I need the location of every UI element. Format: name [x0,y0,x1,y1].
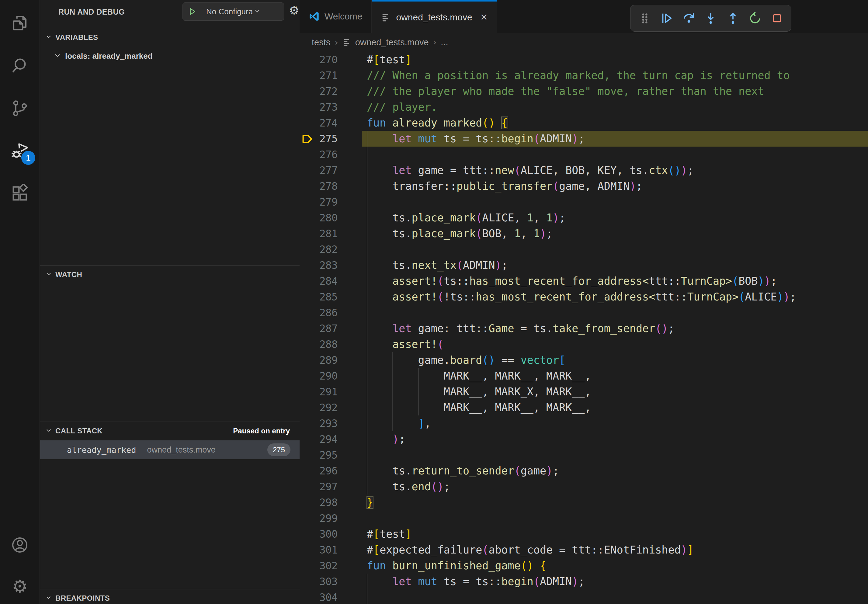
gutter[interactable]: 286 [299,305,362,321]
run-and-debug-icon[interactable]: 1 [0,133,40,169]
gutter[interactable]: 295 [299,447,362,463]
step-over-icon[interactable] [681,10,697,26]
gutter[interactable]: 292 [299,400,362,415]
code-line-content[interactable]: let game: ttt::Game = ts.take_from_sende… [362,321,868,336]
code-line-content[interactable]: #[expected_failure(abort_code = ttt::ENo… [362,542,868,558]
gutter[interactable]: 287 [299,321,362,336]
gutter[interactable]: 293 [299,415,362,431]
gutter[interactable]: 301 [299,542,362,558]
code-line-content[interactable] [362,194,868,210]
code-line-content[interactable]: } [362,494,868,510]
code-line-content[interactable]: ); [362,431,868,447]
gutter[interactable]: 297 [299,479,362,494]
breadcrumb-symbol[interactable]: ... [441,37,448,48]
extensions-icon[interactable] [0,175,40,212]
code-line-content[interactable]: ts.next_tx(ADMIN); [362,257,868,273]
code-line-content[interactable]: let mut ts = ts::begin(ADMIN); [362,131,868,147]
code-line-content[interactable]: #[test] [362,52,868,68]
variables-section-header[interactable]: VARIABLES [40,30,299,44]
gutter[interactable]: 294 [299,431,362,447]
gripper-icon[interactable] [637,10,653,26]
code-line-content[interactable]: let game = ttt::new(ALICE, BOB, KEY, ts.… [362,163,868,178]
tab-owned-tests[interactable]: owned_tests.move ✕ [372,0,497,33]
gutter[interactable]: 272 [299,83,362,99]
gutter[interactable]: 273 [299,99,362,115]
code-line-content[interactable]: ], [362,415,868,431]
source-control-icon[interactable] [0,90,40,127]
account-icon[interactable] [0,527,40,563]
code-line-content[interactable]: transfer::public_transfer(game, ADMIN); [362,178,868,194]
call-stack-section-header[interactable]: CALL STACK Paused on entry [40,424,299,438]
gutter[interactable]: 282 [299,242,362,257]
code-line-content[interactable] [362,447,868,463]
gutter[interactable]: 275 [299,131,362,147]
code-line-content[interactable]: #[test] [362,526,868,542]
gutter[interactable]: 291 [299,384,362,400]
code-line-content[interactable]: MARK__, MARK_X, MARK__, [362,384,868,400]
gutter[interactable]: 279 [299,194,362,210]
code-line-content[interactable]: ts.return_to_sender(game); [362,463,868,479]
continue-icon[interactable] [659,10,674,26]
explorer-icon[interactable] [0,5,40,41]
code-line-content[interactable]: fun burn_unfinished_game() { [362,558,868,574]
gutter[interactable]: 303 [299,574,362,589]
gutter[interactable]: 285 [299,289,362,305]
watch-section-header[interactable]: WATCH [40,268,299,282]
gutter[interactable]: 270 [299,52,362,68]
gutter[interactable]: 290 [299,368,362,384]
variables-scope-row[interactable]: locals: already_marked [40,49,299,63]
debug-config-dropdown[interactable]: No Configura [183,2,284,21]
code-line-content[interactable]: ts.place_mark(ALICE, 1, 1); [362,210,868,226]
gutter[interactable]: 296 [299,463,362,479]
code-line-content[interactable]: assert!(ts::has_most_recent_for_address<… [362,273,868,289]
tab-welcome[interactable]: Welcome [299,0,372,33]
code-line-content[interactable]: /// player. [362,99,868,115]
stack-frame-row[interactable]: already_marked owned_tests.move 275 [40,440,299,459]
gutter[interactable]: 300 [299,526,362,542]
settings-gear-icon[interactable]: ⚙ [0,568,40,604]
code-line-content[interactable]: MARK__, MARK__, MARK__, [362,368,868,384]
code-line-content[interactable]: MARK__, MARK__, MARK__, [362,400,868,415]
code-line-content[interactable] [362,305,868,321]
gutter[interactable]: 283 [299,257,362,273]
code-line-content[interactable] [362,242,868,257]
code-editor[interactable]: 270#[test]271/// When a position is alre… [299,52,868,604]
code-line-content[interactable] [362,510,868,526]
breadcrumb-file[interactable]: owned_tests.move [355,37,429,48]
stop-icon[interactable] [769,10,785,26]
gutter[interactable]: 302 [299,558,362,574]
gutter[interactable]: 271 [299,68,362,83]
code-line-content[interactable]: ts.place_mark(BOB, 1, 1); [362,226,868,242]
step-into-icon[interactable] [703,10,719,26]
gutter[interactable]: 281 [299,226,362,242]
gutter[interactable]: 274 [299,115,362,131]
start-debug-icon[interactable] [183,3,202,20]
debug-settings-gear-icon[interactable]: ⚙ [289,4,299,17]
code-line-content[interactable]: game.board() == vector[ [362,352,868,368]
restart-icon[interactable] [747,10,763,26]
code-line-content[interactable]: assert!( [362,336,868,352]
gutter[interactable]: 298 [299,494,362,510]
search-icon[interactable] [0,48,40,84]
close-icon[interactable]: ✕ [480,12,488,23]
gutter[interactable]: 284 [299,273,362,289]
code-line-content[interactable]: fun already_marked() { [362,115,868,131]
code-line-content[interactable]: /// When a position is already marked, t… [362,68,868,83]
code-line-content[interactable] [362,589,868,604]
gutter[interactable]: 278 [299,178,362,194]
step-out-icon[interactable] [725,10,741,26]
code-line-content[interactable]: ts.end(); [362,479,868,494]
code-line-content[interactable]: /// the player who made the "false" move… [362,83,868,99]
breadcrumb-folder[interactable]: tests [312,37,330,48]
gutter[interactable]: 304 [299,589,362,604]
code-line-content[interactable] [362,147,868,163]
gutter[interactable]: 289 [299,352,362,368]
code-line-content[interactable]: let mut ts = ts::begin(ADMIN); [362,574,868,589]
gutter[interactable]: 277 [299,163,362,178]
gutter[interactable]: 280 [299,210,362,226]
code-line-content[interactable]: assert!(!ts::has_most_recent_for_address… [362,289,868,305]
gutter[interactable]: 288 [299,336,362,352]
gutter[interactable]: 299 [299,510,362,526]
gutter[interactable]: 276 [299,147,362,163]
breakpoints-section-header[interactable]: BREAKPOINTS [40,591,299,604]
